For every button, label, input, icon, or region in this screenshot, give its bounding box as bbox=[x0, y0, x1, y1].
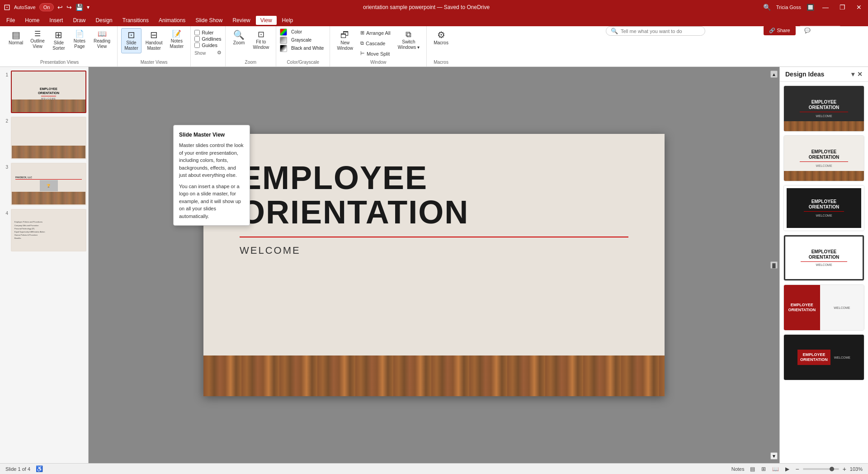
menu-view[interactable]: View bbox=[256, 16, 277, 25]
design-idea-4[interactable]: EMPLOYEEORIENTATION WELCOME bbox=[783, 235, 864, 281]
fit-to-window-button[interactable]: ⊡ Fit toWindow bbox=[250, 28, 273, 52]
slide-thumb-3-container[interactable]: 3 PAKDECK, LLC 🏆 bbox=[2, 163, 86, 205]
menu-slideshow[interactable]: Slide Show bbox=[191, 16, 227, 25]
master-views-label: Master Views bbox=[141, 59, 168, 65]
macros-button[interactable]: ⚙ Macros bbox=[430, 28, 452, 48]
notes-button[interactable]: Notes bbox=[731, 466, 745, 472]
zoom-button[interactable]: 🔍 Zoom bbox=[229, 28, 249, 48]
slide1-thumb-redline bbox=[41, 96, 56, 96]
slide-thumbnail-3[interactable]: PAKDECK, LLC 🏆 bbox=[11, 163, 86, 205]
handout-master-button[interactable]: ⊟ HandoutMaster bbox=[142, 28, 166, 53]
presentation-views-buttons: ▤ Normal ☰ OutlineView ⊞ SlideSorter 📄 N… bbox=[5, 28, 113, 59]
gridlines-checkbox-label[interactable]: Gridlines bbox=[194, 36, 221, 42]
show-checkboxes: Ruler Gridlines Guides bbox=[194, 28, 221, 50]
ruler-checkbox[interactable] bbox=[194, 30, 200, 35]
menu-transitions[interactable]: Transitions bbox=[118, 16, 153, 25]
design-idea-3[interactable]: EMPLOYEEORIENTATION WELCOME bbox=[783, 185, 864, 231]
reading-view-status-btn[interactable]: 📖 bbox=[770, 465, 781, 473]
di5-right: WELCOME bbox=[820, 285, 864, 330]
show-settings-icon[interactable]: ⚙ bbox=[217, 50, 222, 56]
slide-thumbnail-4[interactable]: Employee Policies and Procedures Company… bbox=[11, 209, 86, 251]
slide-sorter-icon: ⊞ bbox=[55, 30, 62, 39]
slide-thumbnail-1[interactable]: EMPLOYEEORIENTATION WELCOME bbox=[11, 71, 86, 113]
menu-animations[interactable]: Animations bbox=[154, 16, 190, 25]
accessibility-icon[interactable]: ♿ bbox=[36, 465, 43, 472]
menu-insert[interactable]: Insert bbox=[45, 16, 67, 25]
menu-review[interactable]: Review bbox=[228, 16, 255, 25]
arrange-all-button[interactable]: ⊞ Arrange All bbox=[357, 28, 394, 38]
slide-thumb-1-container[interactable]: 1 EMPLOYEEORIENTATION WELCOME bbox=[2, 71, 86, 113]
slide-sorter-status-btn[interactable]: ⊞ bbox=[759, 465, 768, 473]
normal-view-button[interactable]: ▤ Normal bbox=[5, 28, 26, 48]
new-window-button[interactable]: 🗗 NewWindow bbox=[334, 28, 356, 53]
ribbon-group-window: 🗗 NewWindow ⊞ Arrange All ⧉ Cascade ⊢ Mo… bbox=[330, 26, 427, 66]
zoom-out-btn[interactable]: − bbox=[795, 465, 799, 473]
ruler-checkbox-label[interactable]: Ruler bbox=[194, 30, 221, 35]
restore-btn[interactable]: ❐ bbox=[837, 3, 848, 12]
design-close-icon[interactable]: ✕ bbox=[857, 71, 863, 78]
color-option[interactable]: Color bbox=[289, 28, 304, 36]
scroll-mid-button[interactable]: ▓ bbox=[770, 261, 778, 269]
design-dropdown-icon[interactable]: ▾ bbox=[851, 71, 854, 78]
gridlines-checkbox[interactable] bbox=[194, 36, 200, 42]
menu-home[interactable]: Home bbox=[20, 16, 44, 25]
search-icon-ribbon: 🔍 bbox=[611, 28, 618, 34]
undo-icon[interactable]: ↩ bbox=[57, 4, 63, 11]
zoom-label: Zoom bbox=[245, 59, 257, 65]
macros-label: Macros bbox=[434, 59, 448, 65]
notes-master-button[interactable]: 📝 NotesMaster bbox=[167, 28, 187, 52]
normal-view-status-btn[interactable]: ▤ bbox=[748, 465, 757, 473]
guides-checkbox-label[interactable]: Guides bbox=[194, 43, 221, 48]
search-icon[interactable]: 🔍 bbox=[763, 4, 771, 11]
design-idea-1[interactable]: EMPLOYEEORIENTATION WELCOME bbox=[783, 85, 864, 132]
share-button[interactable]: 🔗 Share bbox=[764, 26, 795, 35]
slide-number-3: 3 bbox=[2, 163, 8, 170]
menu-help[interactable]: Help bbox=[278, 16, 298, 25]
slide3-company: PAKDECK, LLC bbox=[14, 176, 84, 179]
move-split-button[interactable]: ⊢ Move Split bbox=[357, 49, 394, 58]
close-btn[interactable]: ✕ bbox=[854, 3, 864, 12]
notes-page-button[interactable]: 📄 NotesPage bbox=[70, 28, 90, 52]
design-thumb-3: EMPLOYEEORIENTATION WELCOME bbox=[784, 185, 864, 231]
reading-view-button[interactable]: 📖 ReadingView bbox=[90, 28, 113, 52]
ribbon-search-input[interactable] bbox=[621, 28, 700, 34]
quick-save-icon[interactable]: 💾 bbox=[75, 4, 83, 11]
redo-icon[interactable]: ↪ bbox=[66, 4, 72, 11]
zoom-thumb bbox=[830, 467, 834, 471]
slideshow-status-btn[interactable]: ▶ bbox=[783, 465, 792, 473]
design-idea-5[interactable]: EMPLOYEEORIENTATION WELCOME bbox=[783, 284, 864, 331]
autosave-label: AutoSave bbox=[14, 5, 36, 10]
slide4-list: Employee Policies and Procedures Company… bbox=[14, 220, 83, 240]
slide-panel: 1 EMPLOYEEORIENTATION WELCOME 2 bbox=[0, 67, 89, 463]
ribbon-display-icon[interactable]: 🔲 bbox=[807, 4, 814, 11]
design-idea-2[interactable]: EMPLOYEEORIENTATION WELCOME bbox=[783, 135, 864, 181]
menu-file[interactable]: File bbox=[2, 16, 19, 25]
slide-sorter-button[interactable]: ⊞ SlideSorter bbox=[49, 28, 69, 53]
ribbon-group-presentation-views: ▤ Normal ☰ OutlineView ⊞ SlideSorter 📄 N… bbox=[2, 26, 118, 66]
design-idea-6[interactable]: EMPLOYEEORIENTATION WELCOME bbox=[783, 334, 864, 380]
guides-checkbox[interactable] bbox=[194, 43, 200, 48]
zoom-in-btn[interactable]: + bbox=[843, 465, 846, 473]
zoom-icon: 🔍 bbox=[233, 30, 245, 39]
scroll-end-button[interactable]: ▼ bbox=[770, 452, 778, 460]
zoom-level[interactable]: 103% bbox=[850, 466, 863, 472]
menu-draw[interactable]: Draw bbox=[68, 16, 90, 25]
slide-thumbnail-2[interactable] bbox=[11, 117, 86, 159]
comments-button[interactable]: 💬 Comments bbox=[799, 26, 841, 35]
slide3-redline bbox=[15, 179, 82, 180]
zoom-slider[interactable] bbox=[803, 468, 839, 470]
cascade-button[interactable]: ⧉ Cascade bbox=[357, 38, 394, 48]
slide-thumb-4-container[interactable]: 4 Employee Policies and Procedures Compa… bbox=[2, 209, 86, 251]
title-bar: ⊡ AutoSave On ↩ ↪ 💾 ▾ orientation sample… bbox=[0, 0, 868, 14]
scroll-up-button[interactable]: ▲ bbox=[770, 71, 778, 78]
slide-master-button[interactable]: ⊡ SlideMaster bbox=[121, 28, 142, 53]
switch-windows-button[interactable]: ⧉ SwitchWindows ▾ bbox=[395, 28, 423, 52]
menu-design[interactable]: Design bbox=[91, 16, 117, 25]
outline-view-button[interactable]: ☰ OutlineView bbox=[27, 28, 48, 52]
grayscale-option[interactable]: Grayscale bbox=[289, 36, 314, 44]
slide-thumb-2-container[interactable]: 2 bbox=[2, 117, 86, 159]
autosave-toggle[interactable]: On bbox=[39, 3, 54, 11]
black-white-option[interactable]: Black and White bbox=[289, 44, 326, 52]
minimize-btn[interactable]: — bbox=[820, 3, 831, 12]
ribbon: ▤ Normal ☰ OutlineView ⊞ SlideSorter 📄 N… bbox=[0, 26, 868, 67]
